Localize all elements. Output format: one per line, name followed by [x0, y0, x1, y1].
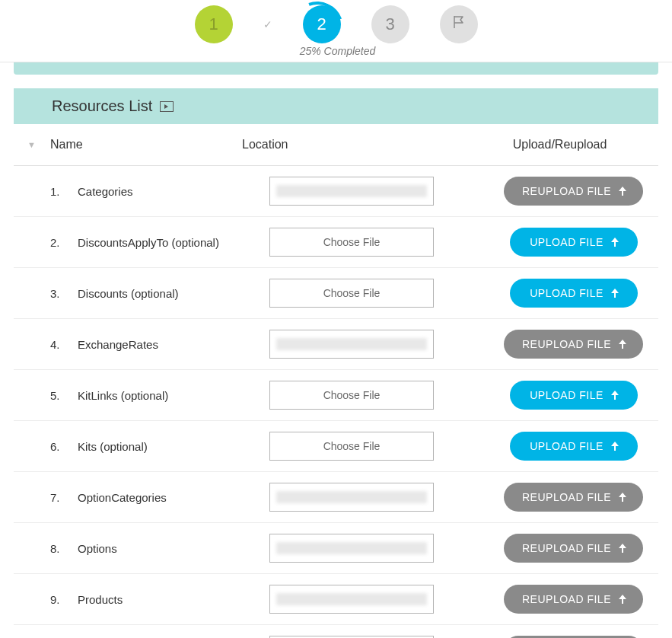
table-row: 4.ExchangeRatesREUPLOAD FILE [14, 319, 658, 370]
choose-file-button[interactable]: Choose File [269, 228, 434, 257]
file-name-display[interactable] [269, 483, 434, 512]
arrow-up-icon [610, 441, 620, 451]
reupload-file-button[interactable]: REUPLOAD FILE [504, 483, 643, 512]
flag-icon [451, 14, 467, 34]
reupload-file-button[interactable]: REUPLOAD FILE [504, 585, 643, 614]
resource-name: ExchangeRates [78, 338, 269, 351]
resource-name: Products [78, 593, 269, 606]
row-number: 1. [50, 185, 78, 198]
resource-name: OptionCategories [78, 491, 269, 504]
table-row: 10.ReviewsREUPLOAD FILE [14, 625, 658, 638]
button-label: REUPLOAD FILE [522, 491, 611, 503]
table-row: 1.CategoriesREUPLOAD FILE [14, 166, 658, 217]
row-number: 2. [50, 236, 78, 249]
resource-name: Categories [78, 185, 269, 198]
button-label: UPLOAD FILE [530, 389, 604, 401]
arrow-up-icon [617, 186, 628, 196]
upload-file-button[interactable]: UPLOAD FILE [510, 228, 638, 257]
arrow-up-icon [610, 390, 620, 400]
file-name-display[interactable] [269, 534, 434, 563]
column-header-name: Name [50, 138, 242, 152]
section-title: Resources List [52, 97, 152, 115]
sort-icon[interactable]: ▼ [27, 140, 50, 149]
upload-file-button[interactable]: UPLOAD FILE [510, 279, 638, 308]
reupload-file-button[interactable]: REUPLOAD FILE [504, 177, 643, 206]
resource-name: Discounts (optional) [78, 287, 269, 300]
button-label: REUPLOAD FILE [522, 593, 611, 605]
button-label: REUPLOAD FILE [522, 338, 611, 350]
upload-file-button[interactable]: UPLOAD FILE [510, 432, 638, 461]
step-3-label: 3 [385, 14, 394, 34]
row-number: 9. [50, 593, 78, 606]
table-row: 6.Kits (optional)Choose FileUPLOAD FILE [14, 421, 658, 472]
button-label: UPLOAD FILE [530, 236, 604, 248]
step-finish[interactable] [440, 5, 478, 43]
upload-file-button[interactable]: UPLOAD FILE [510, 381, 638, 410]
column-header-location: Location [242, 138, 470, 152]
row-number: 5. [50, 389, 78, 402]
file-name-display[interactable] [269, 585, 434, 614]
row-number: 4. [50, 338, 78, 351]
choose-file-button[interactable]: Choose File [269, 381, 434, 410]
table-row: 9.ProductsREUPLOAD FILE [14, 574, 658, 625]
resource-name: KitLinks (optional) [78, 389, 269, 402]
table-row: 7.OptionCategoriesREUPLOAD FILE [14, 472, 658, 523]
choose-file-button[interactable]: Choose File [269, 279, 434, 308]
table-row: 2.DiscountsApplyTo (optional)Choose File… [14, 217, 658, 268]
file-name-display[interactable] [269, 177, 434, 206]
row-number: 3. [50, 287, 78, 300]
table-header-row: ▼ Name Location Upload/Reupload [14, 124, 658, 166]
resource-name: Kits (optional) [78, 440, 269, 453]
section-header: Resources List [14, 88, 658, 124]
reupload-file-button[interactable]: REUPLOAD FILE [504, 330, 643, 359]
table-row: 5.KitLinks (optional)Choose FileUPLOAD F… [14, 370, 658, 421]
button-label: REUPLOAD FILE [522, 185, 611, 197]
step-2-label: 2 [317, 14, 326, 34]
resource-name: DiscountsApplyTo (optional) [78, 236, 269, 249]
table-row: 8.OptionsREUPLOAD FILE [14, 523, 658, 574]
progress-stepper: 1 ✓ 2 3 25% Completed [0, 0, 672, 62]
arrow-up-icon [610, 288, 620, 298]
video-tutorial-icon[interactable] [160, 101, 174, 112]
column-header-upload: Upload/Reupload [470, 138, 649, 152]
row-number: 8. [50, 542, 78, 555]
reupload-file-button[interactable]: REUPLOAD FILE [504, 534, 643, 563]
row-number: 7. [50, 491, 78, 504]
step-3[interactable]: 3 [371, 5, 409, 43]
choose-file-button[interactable]: Choose File [269, 432, 434, 461]
arrow-up-icon [617, 594, 628, 605]
button-label: UPLOAD FILE [530, 440, 604, 452]
table-row: 3.Discounts (optional)Choose FileUPLOAD … [14, 268, 658, 319]
arrow-up-icon [617, 543, 628, 553]
button-label: REUPLOAD FILE [522, 542, 611, 554]
previous-section-footer [14, 62, 658, 75]
row-number: 6. [50, 440, 78, 453]
arrow-up-icon [617, 339, 628, 349]
step-2[interactable]: 2 [303, 5, 341, 43]
arrow-up-icon [617, 492, 628, 502]
check-icon: ✓ [263, 18, 272, 30]
file-name-display[interactable] [269, 330, 434, 359]
resource-name: Options [78, 542, 269, 555]
step-1-label: 1 [209, 14, 218, 34]
button-label: UPLOAD FILE [530, 287, 604, 299]
step-1[interactable]: 1 [195, 5, 233, 43]
progress-text: 25% Completed [300, 45, 376, 57]
arrow-up-icon [610, 237, 620, 247]
table-body: 1.CategoriesREUPLOAD FILE2.DiscountsAppl… [14, 166, 658, 638]
